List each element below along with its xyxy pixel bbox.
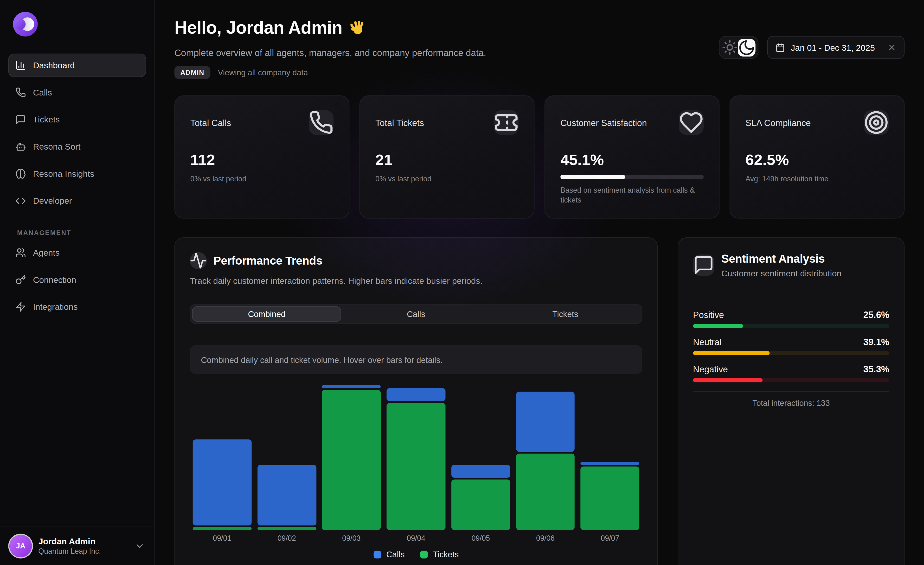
target-icon (864, 110, 889, 135)
sentiment-analysis-panel: Sentiment Analysis Customer sentiment di… (678, 237, 904, 565)
users-icon (15, 247, 26, 258)
bar-09-03[interactable] (319, 387, 384, 530)
sidebar-item-integrations[interactable]: Integrations (8, 295, 146, 319)
stat-card-total-tickets: Total Tickets 21 0% vs last period (360, 96, 534, 219)
user-menu[interactable]: JA Jordan Admin Quantum Leap Inc. (0, 526, 154, 565)
key-icon (15, 274, 26, 285)
main-content: Hello, Jordan Admin Complete overview of… (155, 0, 924, 565)
card-value: 112 (190, 151, 333, 168)
sidebar-item-calls[interactable]: Calls (8, 81, 146, 104)
tickets-segment (451, 480, 510, 531)
avatar: JA (9, 535, 32, 557)
tickets-segment (516, 454, 575, 530)
chart-legend: CallsTickets (190, 550, 642, 559)
calls-segment (257, 465, 316, 525)
admin-badge: ADMIN (174, 66, 210, 79)
calls-segment (322, 385, 381, 388)
bars-area (190, 387, 642, 530)
panels-row: Performance Trends Track daily customer … (174, 237, 904, 565)
tab-tickets[interactable]: Tickets (490, 306, 640, 322)
sidebar-item-dashboard[interactable]: Dashboard (8, 54, 146, 77)
stat-card-total-calls: Total Calls 112 0% vs last period (174, 96, 350, 219)
calls-segment (193, 439, 252, 525)
card-value: 45.1% (560, 151, 704, 168)
stat-card-sla-compliance: SLA Compliance 62.5% Avg: 149h resolutio… (730, 96, 904, 219)
x-tick-label: 09/06 (513, 534, 578, 543)
chart-column-icon (15, 60, 26, 71)
sidebar-item-connection[interactable]: Connection (8, 268, 146, 292)
card-subtext: Avg: 149h resolution time (746, 174, 889, 184)
sentiment-percent: 35.3% (863, 364, 890, 375)
code-icon (15, 196, 26, 206)
legend-chip (420, 551, 428, 558)
tab-combined[interactable]: Combined (192, 306, 341, 322)
calls-segment (516, 391, 575, 452)
performance-title: Performance Trends (213, 254, 322, 267)
sentiment-row-negative: Negative35.3% (693, 364, 890, 382)
performance-subtitle: Track daily customer interaction pattern… (190, 276, 642, 286)
x-tick-label: 09/07 (578, 534, 642, 543)
heart-icon (679, 110, 704, 135)
message-square-icon (693, 255, 714, 276)
divider (693, 391, 890, 391)
sidebar-section-label: MANAGEMENT (17, 229, 154, 236)
card-value: 62.5% (746, 151, 889, 168)
sentiment-label: Positive (693, 310, 724, 321)
date-range-picker[interactable]: Jan 01 - Dec 31, 2025 (767, 36, 905, 59)
calls-segment (451, 465, 510, 477)
sidebar-item-developer[interactable]: Developer (8, 189, 146, 213)
sidebar-nav-main: Dashboard Calls Tickets Resona Sort Reso… (8, 54, 146, 213)
bar-09-01[interactable] (190, 387, 255, 530)
calendar-icon (776, 43, 785, 52)
sidebar-item-resona-sort[interactable]: Resona Sort (8, 135, 146, 159)
legend-item-calls: Calls (373, 550, 405, 559)
legend-item-tickets: Tickets (420, 550, 459, 559)
phone-icon (15, 87, 26, 97)
date-range-value: Jan 01 - Dec 31, 2025 (791, 43, 875, 52)
card-title: Total Calls (190, 118, 231, 128)
app-logo-icon[interactable] (13, 12, 38, 37)
card-title: Customer Satisfaction (560, 118, 647, 128)
bar-09-04[interactable] (384, 387, 448, 530)
sentiment-row-positive: Positive25.6% (693, 310, 890, 328)
x-tick-label: 09/01 (190, 534, 255, 543)
bar-09-07[interactable] (578, 387, 642, 530)
bar-09-02[interactable] (254, 387, 319, 530)
tab-calls[interactable]: Calls (342, 306, 490, 322)
card-subtext: Based on sentiment analysis from calls &… (560, 186, 704, 205)
sidebar-item-tickets[interactable]: Tickets (8, 108, 146, 131)
role-note: Viewing all company data (218, 68, 308, 77)
sentiment-bar (693, 324, 890, 328)
bar-09-06[interactable] (513, 387, 578, 530)
user-company: Quantum Leap Inc. (38, 547, 101, 555)
bar-09-05[interactable] (448, 387, 513, 530)
card-title: Total Tickets (375, 118, 424, 128)
x-tick-label: 09/03 (319, 534, 384, 543)
sidebar-item-agents[interactable]: Agents (8, 241, 146, 265)
sun-icon (722, 39, 738, 55)
activity-icon (190, 252, 207, 269)
card-progress-bar (560, 175, 704, 179)
card-title: SLA Compliance (746, 118, 811, 128)
theme-toggle[interactable] (719, 36, 759, 59)
tickets-segment (387, 403, 446, 530)
x-axis-labels: 09/0109/0209/0309/0409/0509/0609/07 (190, 534, 642, 543)
sentiment-rows: Positive25.6%Neutral39.1%Negative35.3% (693, 310, 890, 382)
tickets-segment (322, 390, 381, 530)
sidebar-item-resona-insights[interactable]: Resona Insights (8, 162, 146, 186)
card-subtext: 0% vs last period (375, 174, 519, 184)
chart-mode-tabs: CombinedCallsTickets (190, 304, 642, 324)
tickets-segment (580, 467, 640, 530)
app-root: Dashboard Calls Tickets Resona Sort Reso… (0, 0, 924, 565)
sentiment-row-neutral: Neutral39.1% (693, 337, 890, 355)
performance-trends-panel: Performance Trends Track daily customer … (174, 237, 658, 565)
phone-icon (309, 110, 333, 135)
sentiment-label: Negative (693, 364, 728, 375)
x-tick-label: 09/04 (384, 534, 448, 543)
sidebar-nav-management: Agents Connection Integrations (8, 241, 146, 319)
sentiment-percent: 25.6% (863, 310, 890, 321)
chevron-down-icon (134, 541, 145, 551)
clear-date-icon[interactable] (887, 43, 896, 52)
x-tick-label: 09/02 (254, 534, 319, 543)
zap-icon (15, 302, 26, 312)
